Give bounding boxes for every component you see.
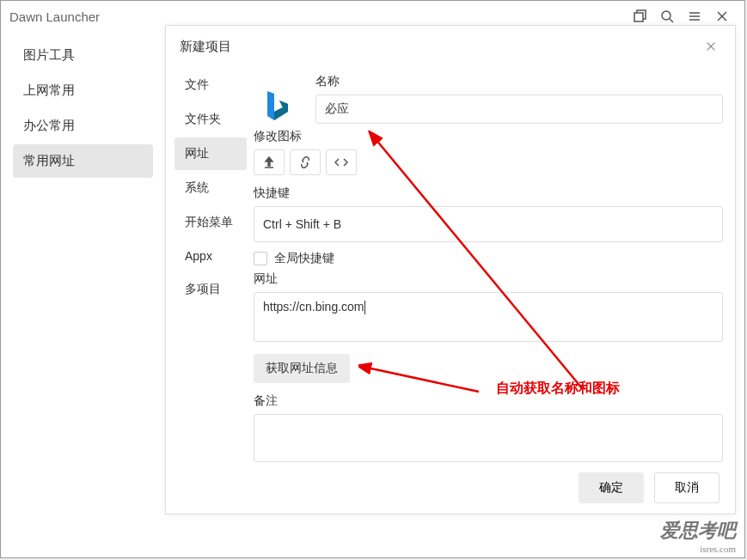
- dialog-close-icon[interactable]: [701, 36, 721, 57]
- new-item-dialog: 新建项目 文件 文件夹 网址 系统 开始菜单 Appx 多项目: [165, 25, 736, 514]
- sidebar-item[interactable]: 图片工具: [13, 39, 153, 72]
- sidebar-item[interactable]: 上网常用: [13, 74, 153, 107]
- dialog-title: 新建项目: [180, 39, 231, 55]
- sidebar-item[interactable]: 办公常用: [13, 109, 153, 143]
- hotkey-label: 快捷键: [254, 186, 723, 201]
- code-icon-button[interactable]: [326, 149, 357, 175]
- global-hotkey-checkbox[interactable]: [254, 252, 267, 265]
- category-sidebar: 图片工具 上网常用 办公常用 常用网址: [1, 32, 165, 557]
- hotkey-input[interactable]: [254, 206, 723, 242]
- app-title: Dawn Launcher: [9, 9, 100, 24]
- url-label: 网址: [254, 271, 723, 287]
- type-item-folder[interactable]: 文件夹: [175, 103, 247, 136]
- type-item-file[interactable]: 文件: [175, 69, 247, 101]
- sidebar-item[interactable]: 常用网址: [13, 144, 153, 178]
- icon-label: 修改图标: [254, 129, 723, 144]
- upload-icon-button[interactable]: [254, 149, 285, 175]
- url-input[interactable]: https://cn.bing.com: [254, 292, 723, 342]
- type-item-appx[interactable]: Appx: [175, 240, 247, 271]
- remark-input[interactable]: [254, 414, 723, 462]
- svg-line-2: [670, 19, 673, 22]
- type-item-url[interactable]: 网址: [175, 137, 247, 170]
- bing-icon: [254, 84, 298, 129]
- global-hotkey-label: 全局快捷键: [274, 251, 334, 266]
- type-item-multi[interactable]: 多项目: [175, 273, 247, 306]
- link-icon-button[interactable]: [290, 149, 321, 175]
- remark-label: 备注: [254, 393, 723, 409]
- type-item-startmenu[interactable]: 开始菜单: [175, 206, 247, 239]
- annotation-text: 自动获取名称和图标: [496, 380, 620, 398]
- ok-button[interactable]: 确定: [579, 472, 644, 503]
- app-window: Dawn Launcher 图片工具 上网常用 办公常用 常用网址 新建项目: [0, 0, 745, 558]
- fetch-url-info-button[interactable]: 获取网址信息: [254, 354, 350, 383]
- type-item-system[interactable]: 系统: [175, 172, 247, 204]
- name-label: 名称: [315, 74, 723, 89]
- name-input[interactable]: [315, 94, 723, 124]
- svg-point-1: [662, 11, 670, 20]
- watermark: 爱思考吧 isres.com: [660, 518, 736, 554]
- item-type-list: 文件 文件夹 网址 系统 开始菜单 Appx 多项目: [166, 62, 247, 462]
- svg-rect-0: [634, 13, 643, 21]
- cancel-button[interactable]: 取消: [654, 472, 719, 503]
